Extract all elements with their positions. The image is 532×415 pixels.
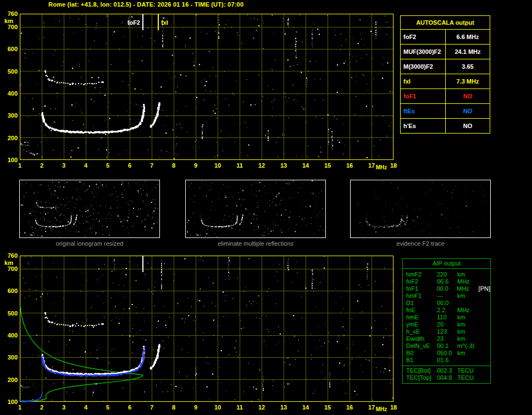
trace-dots bbox=[187, 182, 324, 237]
x-tick-label: 6 bbox=[128, 404, 131, 411]
aip-param-value: 00.0 bbox=[437, 300, 457, 307]
aip-param-name: DelN_vE bbox=[406, 342, 437, 350]
y-tick-label: 300 bbox=[8, 354, 18, 361]
autoscala-row-label: ftEs bbox=[401, 104, 446, 118]
x-tick-label: 7 bbox=[150, 404, 153, 411]
trace-dots bbox=[191, 183, 324, 236]
aip-row: Ewidth23km bbox=[403, 335, 490, 342]
y-tick-label: 760 bbox=[8, 10, 18, 17]
aip-param-name: foF2 bbox=[406, 278, 437, 285]
x-tick-label: 13 bbox=[280, 404, 287, 411]
x-tick-label: 18 bbox=[390, 404, 397, 411]
autoscala-table-title: AUTOSCALA output bbox=[401, 16, 490, 30]
x-tick-label: 10 bbox=[214, 404, 221, 411]
profile-curve bbox=[20, 306, 143, 402]
autoscala-table-rows: foF26.6 MHzMUF(3000)F224.1 MHzM(3000)F23… bbox=[401, 30, 490, 133]
panel-evidence-f2 bbox=[350, 180, 491, 238]
autoscala-row: M(3000)F23.65 bbox=[401, 59, 490, 74]
aip-param-value: --- bbox=[437, 292, 457, 300]
aip-param-name: h_vE bbox=[406, 328, 437, 335]
x-tick-label: 10 bbox=[214, 162, 221, 169]
aip-row: foF206.6MHz bbox=[403, 278, 490, 285]
trace-dots bbox=[43, 104, 159, 132]
autoscala-row-label: fxI bbox=[401, 74, 446, 88]
autoscala-output-table: AUTOSCALA output foF26.6 MHzMUF(3000)F22… bbox=[400, 15, 490, 134]
aip-table-title: AIP output bbox=[403, 259, 490, 269]
aip-param-name: B1 bbox=[406, 357, 437, 364]
aip-param-name: TEC[Top] bbox=[406, 374, 437, 381]
x-tick-label: 17 bbox=[368, 404, 375, 411]
trace-dots bbox=[25, 15, 390, 157]
y-tick-label: 300 bbox=[8, 112, 18, 119]
aip-param-value: 20 bbox=[437, 321, 457, 328]
panel-eliminate-reflections bbox=[185, 180, 326, 238]
autoscala-row-label: foF2 bbox=[401, 30, 446, 44]
header-title: Rome (lat: +41.8, lon: 012.5) - DATE: 20… bbox=[48, 1, 243, 8]
autoscala-row-value: NO bbox=[446, 119, 490, 133]
aip-param-name: B0 bbox=[406, 350, 437, 357]
x-tick-label: 6 bbox=[128, 162, 131, 169]
aip-row: foE2.2MHz bbox=[403, 307, 490, 314]
x-tick-label: 18 bbox=[390, 162, 397, 169]
aip-param-unit bbox=[457, 300, 479, 307]
aip-row: foF100.0MHz[PN] bbox=[403, 285, 490, 292]
aip-param-value: 002.3 bbox=[437, 367, 457, 374]
x-tick-label: 2 bbox=[40, 162, 43, 169]
x-tick-label: 14 bbox=[302, 162, 309, 169]
x-axis-unit-label: MHz bbox=[376, 406, 387, 412]
autoscala-row-label: M(3000)F2 bbox=[401, 59, 446, 74]
aip-param-value: 004.8 bbox=[437, 374, 457, 381]
x-tick-label: 11 bbox=[236, 404, 243, 411]
aip-param-unit: km bbox=[457, 350, 479, 357]
aip-param-value: 220 bbox=[437, 271, 457, 278]
y-tick-label: 400 bbox=[8, 90, 18, 97]
autoscala-row-value: 24.1 MHz bbox=[446, 45, 490, 59]
trace-dots bbox=[22, 181, 158, 236]
x-tick-label: 16 bbox=[346, 404, 353, 411]
y-tick-label: 100 bbox=[8, 157, 18, 163]
trace-dots bbox=[21, 14, 392, 158]
y-tick-label: 500 bbox=[8, 68, 18, 75]
y-axis-unit-label: km bbox=[4, 18, 13, 24]
aip-param-unit: km bbox=[457, 314, 479, 321]
autoscala-row-value: 7.3 MHz bbox=[446, 74, 490, 88]
aip-param-name: hmE bbox=[406, 314, 437, 321]
aip-row: B101.6 bbox=[403, 357, 490, 364]
x-axis-unit-label: MHz bbox=[376, 164, 387, 170]
grid-lines bbox=[20, 14, 394, 160]
y-tick-label: 760 bbox=[8, 252, 18, 259]
aip-param-value: 23 bbox=[437, 335, 457, 342]
autoscala-row-value: NO bbox=[446, 89, 490, 103]
y-tick-label: 600 bbox=[8, 46, 18, 52]
trace-dots bbox=[129, 15, 376, 148]
panel-eliminate-reflections-chart bbox=[186, 180, 325, 237]
aip-param-unit: TECU bbox=[457, 374, 479, 381]
x-tick-label: 9 bbox=[194, 404, 197, 411]
x-tick-label: 5 bbox=[106, 162, 109, 169]
aip-param-name: Ewidth bbox=[406, 335, 437, 342]
autoscala-row: h'EsNO bbox=[401, 119, 490, 133]
aip-param-name: TEC[Bot] bbox=[406, 367, 437, 374]
aip-param-name: ymE bbox=[406, 321, 437, 328]
x-tick-label: 8 bbox=[172, 404, 175, 411]
trace-dots bbox=[20, 142, 38, 154]
trace-dots bbox=[20, 181, 156, 236]
y-tick-label: 600 bbox=[8, 287, 18, 294]
y-tick-label: 200 bbox=[8, 377, 18, 383]
autoscala-row: fxI7.3 MHz bbox=[401, 74, 490, 89]
aip-row: hmE110km bbox=[403, 314, 490, 321]
autoscala-row: foF1NO bbox=[401, 89, 490, 104]
autoscala-row-value: 6.6 MHz bbox=[446, 30, 490, 44]
aip-param-name: foF1 bbox=[406, 285, 436, 292]
grid-lines bbox=[20, 256, 394, 402]
autoscala-screen: Rome (lat: +41.8, lon: 012.5) - DATE: 20… bbox=[0, 0, 532, 415]
aip-row: TEC[Bot]002.3TECU bbox=[403, 367, 490, 374]
aip-param-unit: km bbox=[457, 335, 479, 342]
aip-row: DelN_vE00.1m^(-3) bbox=[403, 342, 490, 350]
aip-param-name: hmF1 bbox=[406, 292, 437, 300]
x-tick-label: 4 bbox=[84, 404, 88, 411]
bottom-ionogram-chart: 123456789101112131415161718MHz7607006005… bbox=[0, 254, 401, 415]
aip-param-unit: km bbox=[457, 271, 479, 278]
y-tick-label: 400 bbox=[8, 332, 18, 339]
aip-tec-rows: TEC[Bot]002.3TECUTEC[Top]004.8TECU bbox=[403, 367, 490, 381]
